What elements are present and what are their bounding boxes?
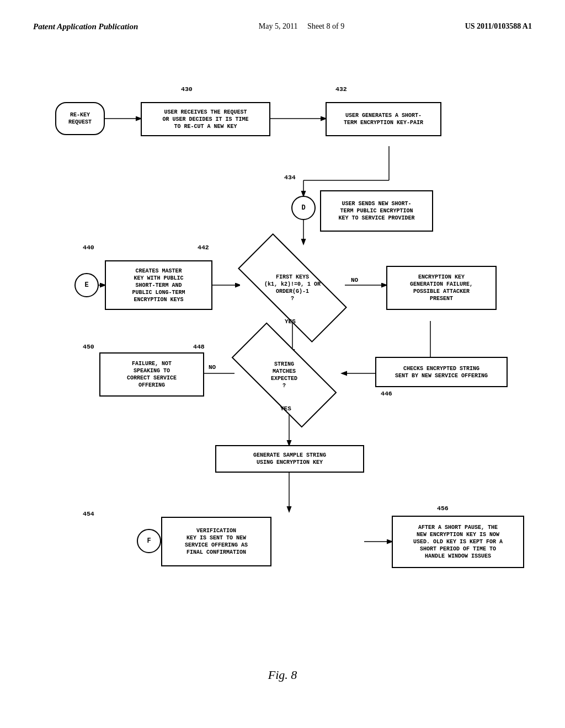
connector-D: D [291, 196, 316, 220]
label-454: 454 [83, 510, 94, 517]
connector-E: E [74, 273, 99, 297]
label-yes-442: YES [285, 318, 296, 325]
header-date-sheet: May 5, 2011 Sheet 8 of 9 [259, 22, 344, 31]
label-434: 434 [284, 174, 296, 181]
label-442: 442 [198, 244, 209, 251]
diamond-448: STRINGMATCHESEXPECTED? [234, 350, 334, 400]
label-446: 446 [381, 390, 392, 397]
label-432: 432 [335, 85, 347, 93]
box-434: USER SENDS NEW SHORT-TERM PUBLIC ENCRYPT… [320, 190, 433, 232]
label-no-442: NO [351, 277, 358, 283]
box-432: USER GENERATES A SHORT-TERM ENCRYPTION K… [326, 102, 441, 136]
label-448: 448 [193, 343, 205, 350]
box-444: ENCRYPTION KEYGENERATION FAILURE,POSSIBL… [386, 266, 497, 310]
label-430: 430 [181, 85, 193, 93]
header-patent-number: US 2011/0103588 A1 [465, 22, 532, 31]
page: Patent Application Publication May 5, 20… [0, 0, 565, 728]
box-452: GENERATE SAMPLE STRINGUSING ENCRYPTION K… [215, 445, 364, 473]
diagram: 430 RE-KEYREQUEST USER RECEIVES THE REQU… [33, 48, 532, 688]
label-440: 440 [83, 244, 94, 251]
box-430: USER RECEIVES THE REQUESTOR USER DECIDES… [141, 102, 270, 136]
header-publication: Patent Application Publication [33, 22, 138, 31]
label-no-448: NO [209, 364, 216, 371]
connector-F: F [137, 529, 161, 553]
box-454: VERIFICATIONKEY IS SENT TO NEWSERVICE OF… [161, 517, 271, 566]
box-456: AFTER A SHORT PAUSE, THENEW ENCRYPTION K… [392, 516, 524, 568]
header-date: May 5, 2011 [259, 22, 298, 30]
label-450: 450 [83, 343, 94, 350]
label-yes-448: YES [280, 405, 291, 412]
box-450: FAILURE, NOTSPEAKING TOCORRECT SERVICEOF… [99, 352, 204, 397]
label-456: 456 [437, 505, 449, 512]
header-sheet: Sheet 8 of 9 [307, 22, 344, 30]
box-440: CREATES MASTERKEY WITH PUBLICSHORT-TERM … [105, 260, 212, 310]
rekey-request-box: RE-KEYREQUEST [55, 102, 105, 135]
fig-caption: Fig. 8 [268, 668, 297, 682]
header: Patent Application Publication May 5, 20… [33, 22, 532, 31]
diamond-442: FIRST KEYS(k1, k2)!=0, 1 ORORDER(G)-1? [240, 263, 345, 313]
box-446: CHECKS ENCRYPTED STRINGSENT BY NEW SERVI… [375, 357, 508, 387]
